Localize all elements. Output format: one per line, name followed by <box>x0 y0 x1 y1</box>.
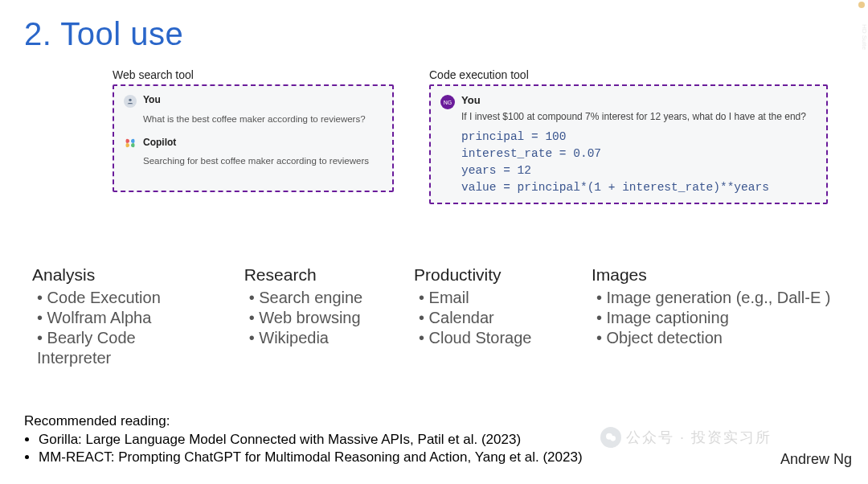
web-search-example: Web search tool You What is the best cof… <box>113 68 394 204</box>
web-you-label: You <box>143 94 161 108</box>
list-item: Object detection <box>596 328 844 348</box>
list-item: Calendar <box>419 308 559 328</box>
code-panel-label: Code execution tool <box>429 68 828 81</box>
code-panel: NG You If I invest $100 at compound 7% i… <box>429 84 828 204</box>
recommended-reading-list: Gorilla: Large Language Model Connected … <box>39 431 844 466</box>
images-title: Images <box>592 265 844 285</box>
user-avatar-icon <box>124 95 137 108</box>
ng-avatar-icon: NG <box>440 95 455 109</box>
tool-categories: Analysis Code Execution Wolfram Alpha Be… <box>32 265 844 368</box>
slide-title: 2. Tool use <box>24 16 844 52</box>
productivity-list: Email Calendar Cloud Storage <box>419 288 559 348</box>
list-item: Image captioning <box>596 308 844 328</box>
images-list: Image generation (e.g., Dall-E ) Image c… <box>596 288 844 348</box>
list-item: Image generation (e.g., Dall-E ) <box>596 288 844 308</box>
analysis-title: Analysis <box>32 265 212 285</box>
list-item: Email <box>419 288 559 308</box>
web-you-message: What is the best coffee maker according … <box>143 113 383 125</box>
web-you-row: You <box>124 94 383 108</box>
hd-suite-label: HD Suite <box>857 24 868 50</box>
list-item: Search engine <box>249 288 382 308</box>
footer: Recommended reading: Gorilla: Large Lang… <box>24 413 844 466</box>
example-panels: Web search tool You What is the best cof… <box>113 68 844 204</box>
svg-point-0 <box>129 99 131 101</box>
list-item: Wikipedia <box>249 328 382 348</box>
code-you-row: NG You <box>440 94 817 109</box>
reading-item: Gorilla: Large Language Model Connected … <box>39 431 844 449</box>
list-item: Bearly Code Interpreter <box>37 328 212 368</box>
column-images: Images Image generation (e.g., Dall-E ) … <box>592 265 844 368</box>
web-copilot-message: Searching for best coffee maker accordin… <box>143 154 383 167</box>
web-copilot-row: Copilot <box>124 137 383 150</box>
web-copilot-label: Copilot <box>143 137 176 150</box>
window-indicator-dot <box>858 2 865 8</box>
slide: HD Suite 2. Tool use Web search tool You… <box>0 0 868 484</box>
list-item: Wolfram Alpha <box>37 308 212 328</box>
reading-item: MM-REACT: Prompting ChatGPT for Multimod… <box>39 449 844 466</box>
column-analysis: Analysis Code Execution Wolfram Alpha Be… <box>32 265 212 368</box>
research-list: Search engine Web browsing Wikipedia <box>249 288 382 348</box>
copilot-icon <box>124 137 137 150</box>
recommended-reading-heading: Recommended reading: <box>24 413 844 429</box>
code-you-label: You <box>461 94 481 106</box>
research-title: Research <box>244 265 382 285</box>
list-item: Web browsing <box>249 308 382 328</box>
column-research: Research Search engine Web browsing Wiki… <box>244 265 382 368</box>
web-panel: You What is the best coffee maker accord… <box>113 84 394 192</box>
list-item: Cloud Storage <box>419 328 559 348</box>
author-name: Andrew Ng <box>780 451 852 468</box>
code-snippet: principal = 100 interest_rate = 0.07 yea… <box>461 129 817 196</box>
column-productivity: Productivity Email Calendar Cloud Storag… <box>414 265 559 368</box>
code-you-message: If I invest $100 at compound 7% interest… <box>461 111 817 122</box>
code-execution-example: Code execution tool NG You If I invest $… <box>429 68 828 204</box>
analysis-list: Code Execution Wolfram Alpha Bearly Code… <box>37 288 212 368</box>
productivity-title: Productivity <box>414 265 559 285</box>
list-item: Code Execution <box>37 288 212 308</box>
web-panel-label: Web search tool <box>113 68 394 81</box>
